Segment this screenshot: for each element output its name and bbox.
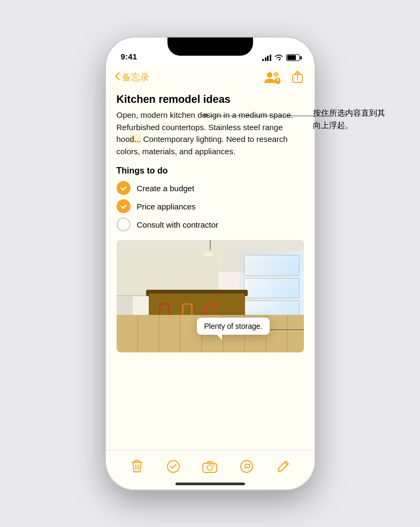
markup-icon	[240, 460, 253, 473]
back-button[interactable]: 备忘录	[114, 71, 149, 84]
camera-icon	[202, 460, 217, 473]
windows	[240, 251, 304, 326]
camera-button[interactable]	[200, 457, 219, 476]
tooltip-line	[270, 329, 303, 330]
battery-icon	[286, 54, 300, 61]
todo-label-2: Price appliances	[137, 202, 196, 211]
nav-bar: 备忘录	[106, 64, 315, 90]
note-body: Open, modern kitchen design in a medium …	[117, 109, 304, 157]
wifi-icon	[274, 55, 283, 61]
checklist-button[interactable]	[164, 457, 183, 476]
share-icon	[292, 70, 303, 84]
todo-checkbox-2[interactable]	[117, 199, 131, 213]
svg-point-0	[267, 72, 272, 78]
todo-item: Consult with contractor	[117, 217, 304, 231]
svg-point-1	[273, 72, 279, 77]
collab-button[interactable]	[263, 69, 280, 86]
tooltip-text: Plenty of storage.	[204, 322, 263, 330]
cabinet-door-left	[117, 296, 133, 318]
svg-point-10	[241, 461, 253, 472]
todo-item: Price appliances	[117, 199, 304, 213]
share-button[interactable]	[289, 69, 306, 86]
status-icons	[262, 54, 300, 61]
todo-checkbox-3[interactable]	[117, 217, 131, 231]
markup-button[interactable]	[237, 457, 256, 476]
section-title: Things to do	[117, 166, 304, 176]
annotation-line	[206, 116, 333, 116]
home-indicator	[175, 483, 245, 485]
note-scroll-area[interactable]: Kitchen remodel ideas Open, modern kitch…	[106, 90, 315, 450]
iphone-frame: 9:41 备忘录	[106, 37, 315, 490]
nav-actions	[263, 69, 306, 86]
compose-icon	[276, 460, 290, 473]
checklist-icon	[166, 460, 180, 473]
note-title: Kitchen remodel ideas	[117, 92, 304, 106]
app-content: 备忘录	[106, 64, 315, 490]
trash-icon	[131, 459, 143, 474]
tooltip-container: Plenty of storage.	[197, 318, 270, 335]
back-label: 备忘录	[122, 71, 149, 84]
notch	[167, 37, 253, 56]
scene: 9:41 备忘录	[0, 0, 420, 527]
delete-button[interactable]	[127, 457, 147, 476]
todo-checkbox-1[interactable]	[117, 181, 131, 195]
todo-label-1: Create a budget	[137, 184, 195, 193]
compose-button[interactable]	[273, 457, 293, 476]
svg-rect-4	[277, 79, 278, 81]
svg-point-2	[274, 78, 280, 84]
note-body-highlighted: d...	[130, 134, 141, 144]
kitchen-image: Plenty of storage.	[117, 240, 304, 352]
status-time: 9:41	[121, 52, 138, 61]
todo-item: Create a budget	[117, 181, 304, 195]
todo-list: Create a budget Price appliances Consult…	[117, 181, 304, 231]
signal-icon	[262, 55, 271, 61]
todo-label-3: Consult with contractor	[137, 220, 219, 229]
tooltip-bubble: Plenty of storage.	[197, 318, 270, 335]
annotation-dot	[204, 114, 208, 117]
collab-icon	[263, 70, 280, 84]
svg-point-8	[207, 465, 212, 470]
svg-point-9	[213, 464, 215, 465]
chevron-left-icon	[114, 73, 120, 81]
note-body-part2: Contemporary lighting. Need to research …	[117, 134, 288, 156]
annotation-text: 按住所选内容直到其向上浮起。	[313, 107, 399, 131]
